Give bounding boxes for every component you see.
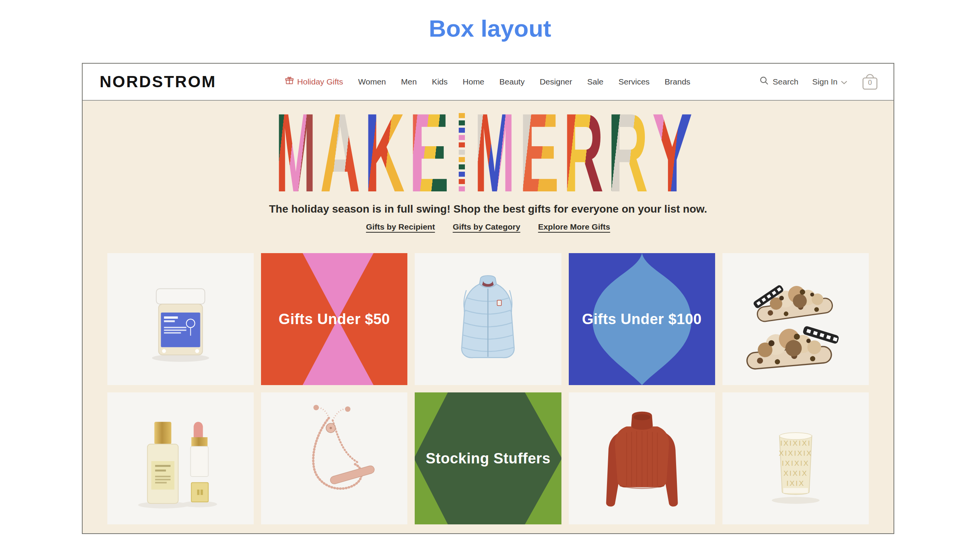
nav-item-label: Sale	[587, 77, 604, 86]
nav-item-label: Women	[358, 77, 386, 86]
tile-bracelet[interactable]	[261, 392, 407, 524]
site-header: NORDSTROM Holiday GiftsWomenMenKidsHomeB…	[83, 64, 894, 101]
nav-item-label: Kids	[432, 77, 448, 86]
svg-text:M: M	[475, 111, 515, 194]
svg-text:M: M	[276, 111, 316, 194]
hero-link-gifts-by-category[interactable]: Gifts by Category	[453, 222, 520, 232]
sign-in-button[interactable]: Sign In	[812, 77, 847, 86]
site-window: NORDSTROM Holiday GiftsWomenMenKidsHomeB…	[82, 63, 894, 534]
make-merry-art: MAKEMERRY	[276, 111, 700, 194]
nav-item-kids[interactable]: Kids	[432, 77, 448, 86]
tile-gifts-under-100[interactable]: Gifts Under $100	[569, 253, 715, 385]
chevron-down-icon	[841, 77, 847, 86]
nav-item-beauty[interactable]: Beauty	[499, 77, 524, 86]
svg-text:IXIXIX: IXIXIX	[782, 459, 810, 467]
tile-perfume-set[interactable]	[107, 392, 254, 524]
nav-item-home[interactable]: Home	[463, 77, 484, 86]
svg-text:R: R	[563, 111, 604, 194]
nav-item-holiday-gifts[interactable]: Holiday Gifts	[285, 76, 343, 87]
nav-item-label: Home	[463, 77, 484, 86]
primary-nav: Holiday GiftsWomenMenKidsHomeBeautyDesig…	[285, 76, 690, 87]
nav-item-label: Services	[619, 77, 650, 86]
page-title: Box layout	[0, 15, 980, 42]
hero-link-gifts-by-recipient[interactable]: Gifts by Recipient	[366, 222, 435, 232]
nav-item-services[interactable]: Services	[619, 77, 650, 86]
search-icon	[759, 76, 769, 88]
svg-text:Y: Y	[652, 111, 692, 194]
hero-links: Gifts by RecipientGifts by CategoryExplo…	[83, 222, 894, 232]
gift-grid: Gifts Under $50 Gifts Under $100	[107, 253, 869, 524]
search-button[interactable]: Search	[759, 76, 799, 88]
header-actions: Search Sign In	[759, 72, 879, 91]
nav-item-women[interactable]: Women	[358, 77, 386, 86]
shopping-bag-icon	[861, 86, 879, 93]
svg-text:IXIXIXI: IXIXIXI	[780, 439, 811, 447]
nav-item-label: Designer	[540, 77, 572, 86]
nav-item-label: Men	[401, 77, 417, 86]
nav-item-label: Brands	[665, 77, 690, 86]
nav-item-sale[interactable]: Sale	[587, 77, 604, 86]
tile-moisturizer[interactable]	[107, 253, 254, 385]
hero-link-explore-more-gifts[interactable]: Explore More Gifts	[538, 222, 610, 232]
promo-label: Gifts Under $100	[569, 253, 715, 385]
nav-item-men[interactable]: Men	[401, 77, 417, 86]
hero-tagline: The holiday season is in full swing! Sho…	[83, 203, 894, 215]
nav-item-label: Holiday Gifts	[297, 77, 343, 86]
svg-text:XIXIX: XIXIX	[783, 469, 808, 477]
tile-gifts-under-50[interactable]: Gifts Under $50	[261, 253, 407, 385]
svg-text:E: E	[409, 111, 449, 194]
svg-text:K: K	[365, 111, 405, 194]
gift-icon	[285, 76, 294, 87]
tile-puffer-vest[interactable]	[415, 253, 561, 385]
tile-slippers[interactable]	[722, 253, 869, 385]
make-merry-banner: MAKEMERRY	[276, 111, 700, 194]
nav-item-designer[interactable]: Designer	[540, 77, 572, 86]
nordstrom-logo[interactable]: NORDSTROM	[100, 73, 216, 91]
svg-text:XIXIXIX: XIXIXIX	[779, 449, 812, 457]
tile-candle[interactable]: IXIXIXIXIXIXIX IXIXIXXIXIXIXIX	[722, 392, 869, 524]
cart-count: 0	[861, 79, 879, 87]
page-canvas: Box layout NORDSTROM Holiday GiftsWomenM…	[0, 0, 980, 551]
nav-item-brands[interactable]: Brands	[665, 77, 690, 86]
svg-text:R: R	[608, 111, 648, 194]
tile-sweater[interactable]	[569, 392, 715, 524]
search-label: Search	[773, 77, 799, 86]
nav-item-label: Beauty	[499, 77, 524, 86]
svg-text:A: A	[320, 111, 360, 194]
promo-label: Stocking Stuffers	[415, 392, 561, 524]
shopping-bag-button[interactable]: 0	[861, 72, 879, 91]
tile-stocking-stuffers[interactable]: Stocking Stuffers	[415, 392, 561, 524]
svg-text:IXIX: IXIX	[787, 479, 805, 487]
svg-text:E: E	[519, 111, 559, 194]
sign-in-label: Sign In	[812, 77, 838, 86]
promo-label: Gifts Under $50	[261, 253, 407, 385]
